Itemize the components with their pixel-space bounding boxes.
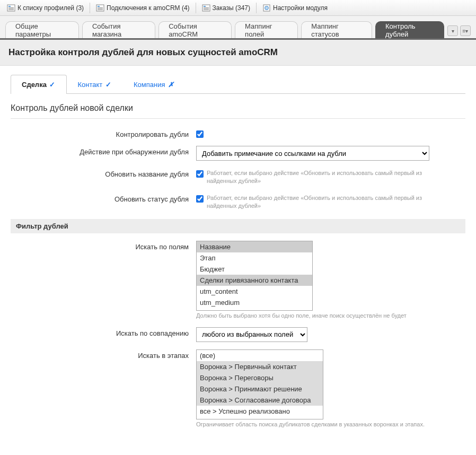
separator	[90, 3, 90, 13]
settings-label: Настройки модуля	[273, 4, 328, 12]
inner-tabs: Сделка ✓ Контакт ✓ Компания ✗	[11, 74, 465, 94]
stage-option[interactable]: Воронка > Принимают решение	[197, 383, 323, 395]
connections-button[interactable]: Подключения к amoCRM (4)	[92, 2, 193, 14]
multiselect-fields[interactable]: НазваниеЭтапБюджетСделки привязанного ко…	[196, 241, 313, 311]
svg-rect-7	[98, 7, 103, 8]
list-icon	[96, 4, 104, 12]
dropdown-button[interactable]: ▾	[447, 25, 458, 36]
content: Сделка ✓ Контакт ✓ Компания ✗ Контроль д…	[0, 66, 476, 444]
chevron-down-icon: ▾	[452, 28, 454, 34]
check-icon: ✓	[103, 81, 111, 89]
hint-fields: Должно быть выбрано хотя бы одно поле, и…	[196, 312, 407, 320]
field-option[interactable]: utm_medium	[197, 297, 312, 308]
row-fields: Искать по полям НазваниеЭтапБюджетСделки…	[11, 241, 465, 320]
list-icon	[7, 4, 15, 12]
stage-option[interactable]: все > Успешно реализовано	[197, 406, 323, 417]
label-update-status: Обновить статус дубля	[11, 193, 196, 203]
settings-button[interactable]: Настройки модуля	[259, 2, 331, 14]
label-fields: Искать по полям	[11, 241, 196, 251]
profiles-button[interactable]: К списку профилей (3)	[3, 2, 87, 14]
row-update-name: Обновить название дубля Работает, если в…	[11, 168, 465, 186]
connections-label: Подключения к amoCRM (4)	[107, 4, 190, 12]
menu-icon: ≡▾	[463, 28, 469, 34]
tab-shop-events[interactable]: События магазина	[82, 21, 155, 38]
label-stages: Искать в этапах	[11, 349, 196, 360]
stage-option[interactable]: Воронка > Переговоры	[197, 372, 323, 383]
checkbox-control[interactable]	[196, 130, 204, 138]
tab-amocrm-events[interactable]: События amoCRM	[158, 21, 232, 38]
separator	[196, 3, 196, 13]
svg-rect-8	[98, 8, 103, 9]
divider	[11, 118, 465, 119]
svg-rect-13	[204, 8, 209, 9]
hint-update-name: Работает, если выбрано действие «Обновит…	[207, 169, 440, 186]
field-option[interactable]: Название	[197, 241, 312, 252]
outer-tabs-bar: Общие параметры События магазина События…	[0, 16, 476, 40]
tab-toolbar-right: ▾ ≡▾	[447, 25, 471, 38]
check-icon: ✓	[48, 81, 56, 89]
inner-tab-company[interactable]: Компания ✗	[122, 75, 185, 94]
field-option[interactable]: utm_content	[197, 286, 312, 297]
row-control: Контролировать дубли	[11, 128, 465, 138]
svg-rect-12	[204, 7, 209, 8]
menu-button[interactable]: ≡▾	[460, 25, 471, 36]
row-update-status: Обновить статус дубля Работает, если выб…	[11, 193, 465, 211]
tab-duplicates[interactable]: Контроль дублей	[375, 21, 444, 38]
label-match: Искать по совпадению	[11, 327, 196, 337]
stage-option[interactable]: Воронка > Первичный контакт	[197, 361, 323, 372]
page-title: Настройка контроля дублей для новых сущн…	[8, 47, 468, 58]
field-option[interactable]: Бюджет	[197, 264, 312, 275]
svg-rect-1	[8, 6, 11, 7]
inner-tab-deal[interactable]: Сделка ✓	[11, 75, 67, 94]
svg-rect-14	[204, 10, 209, 10]
svg-rect-6	[98, 6, 100, 7]
svg-rect-4	[8, 10, 14, 10]
row-stages: Искать в этапах (все)Воронка > Первичный…	[11, 349, 465, 428]
label-control: Контролировать дубли	[11, 128, 196, 138]
select-action[interactable]: Добавить примечание со ссылками на дубли	[196, 146, 429, 161]
tab-field-mapping[interactable]: Маппинг полей	[235, 21, 298, 38]
x-icon: ✗	[166, 81, 174, 89]
orders-label: Заказы (347)	[213, 4, 250, 12]
separator	[256, 3, 257, 13]
tab-status-mapping[interactable]: Маппинг статусов	[301, 21, 372, 38]
row-match: Искать по совпадению любого из выбранных…	[11, 327, 465, 342]
checkbox-update-name[interactable]	[196, 170, 204, 178]
list-icon	[202, 4, 210, 12]
label-update-name: Обновить название дубля	[11, 168, 196, 178]
field-option[interactable]: Сделки привязанного контакта	[197, 275, 312, 286]
svg-rect-9	[98, 10, 103, 10]
svg-rect-3	[8, 8, 14, 9]
page-header: Настройка контроля дублей для новых сущн…	[0, 40, 476, 66]
profiles-label: К списку профилей (3)	[17, 4, 84, 12]
tab-general[interactable]: Общие параметры	[5, 21, 79, 38]
inner-tab-contact[interactable]: Контакт ✓	[67, 75, 122, 94]
multiselect-stages[interactable]: (все)Воронка > Первичный контактВоронка …	[196, 349, 323, 419]
select-match[interactable]: любого из выбранных полей	[196, 327, 307, 342]
filter-header: Фильтр дублей	[11, 219, 465, 233]
svg-rect-2	[8, 7, 14, 8]
hint-stages: Ограничивает область поиска дубликатов с…	[196, 421, 425, 428]
svg-point-17	[266, 7, 267, 8]
hint-update-status: Работает, если выбрано действие «Обновит…	[207, 194, 440, 211]
stage-option[interactable]: Воронка > Согласование договора	[197, 395, 323, 406]
label-action: Действие при обнаружении дубля	[11, 146, 196, 156]
field-option[interactable]: Этап	[197, 252, 312, 264]
gear-icon	[262, 4, 271, 12]
row-action: Действие при обнаружении дубля Добавить …	[11, 146, 465, 161]
checkbox-update-status[interactable]	[196, 195, 204, 203]
section-title: Контроль дублей новой сделки	[11, 103, 465, 113]
svg-rect-11	[204, 6, 206, 7]
stage-option[interactable]: (все)	[197, 350, 323, 361]
orders-button[interactable]: Заказы (347)	[198, 2, 254, 14]
top-toolbar: К списку профилей (3) Подключения к amoC…	[0, 0, 476, 16]
